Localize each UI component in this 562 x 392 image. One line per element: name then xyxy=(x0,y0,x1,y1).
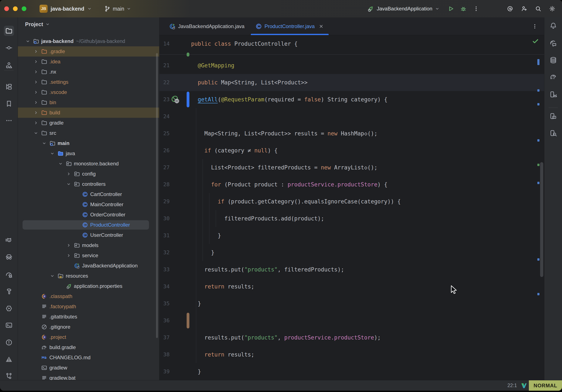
code-line-35[interactable]: 35} xyxy=(159,295,544,312)
project-panel-header[interactable]: Project xyxy=(18,17,159,31)
error-stripe-mark[interactable] xyxy=(537,139,539,142)
database-tool-button[interactable] xyxy=(548,55,558,65)
tree-chevron-right-icon[interactable] xyxy=(66,253,74,258)
code-line-37[interactable]: 37results.put("products", productService… xyxy=(159,329,544,346)
minimize-window-button[interactable] xyxy=(13,6,18,11)
code-line-38[interactable]: 38return results; xyxy=(159,346,544,363)
services-tool-button[interactable] xyxy=(4,303,14,314)
tree-chevron-down-icon[interactable] xyxy=(50,151,58,156)
error-stripe-mark[interactable] xyxy=(537,293,539,295)
incognito-plugin-tool-button[interactable] xyxy=(4,252,14,262)
code-with-me-button[interactable] xyxy=(519,4,529,13)
tree-item-ordercontroller[interactable]: OrderController xyxy=(18,210,159,220)
tree-item-monostore-backend[interactable]: monostore.backend xyxy=(18,159,159,169)
tree-item-maincontroller[interactable]: MainController xyxy=(18,199,159,210)
tree-item-service[interactable]: service xyxy=(18,250,159,261)
error-stripe-mark[interactable] xyxy=(537,59,539,65)
error-stripe-mark[interactable] xyxy=(537,164,539,166)
tree-item-usercontroller[interactable]: UserController xyxy=(18,230,159,240)
tree-item--classpath[interactable]: .classpath xyxy=(18,291,159,301)
zoom-window-button[interactable] xyxy=(22,6,26,11)
project-tool-button[interactable] xyxy=(4,26,14,36)
tree-item--factorypath[interactable]: .factorypath xyxy=(18,301,159,312)
tree-chevron-right-icon[interactable] xyxy=(34,90,41,95)
tree-item--gitattributes[interactable]: .gitattributes xyxy=(18,312,159,322)
code-line-27[interactable]: 27List<Product> filteredProducts = new A… xyxy=(159,159,544,176)
tree-item-src[interactable]: src xyxy=(18,128,159,138)
tree-item-gradlew[interactable]: gradlew xyxy=(18,363,159,373)
tree-scrollbar[interactable] xyxy=(156,53,158,338)
tree-item-main[interactable]: main xyxy=(18,138,159,148)
tree-item-bin[interactable]: bin xyxy=(18,97,159,107)
code-line-21[interactable]: 21@GetMapping xyxy=(159,57,544,74)
ai-chat-tool-button[interactable] xyxy=(548,38,558,48)
tree-item--project[interactable]: .project xyxy=(18,332,159,342)
tree-chevron-down-icon[interactable] xyxy=(58,161,66,166)
more-tool-windows-button[interactable] xyxy=(4,115,14,126)
inspections-ok-check-icon[interactable] xyxy=(532,37,539,45)
error-stripe-mark[interactable] xyxy=(537,103,539,106)
tree-item-build-gradle[interactable]: build.gradle xyxy=(18,342,159,353)
tree-item-gradlew-bat[interactable]: gradlew.bat xyxy=(18,373,159,380)
tree-chevron-right-icon[interactable] xyxy=(34,100,41,105)
tree-item--gitignore[interactable]: .gitignore xyxy=(18,322,159,332)
git-tool-button[interactable] xyxy=(4,371,14,381)
code-line-22[interactable]: 22public Map<String, List<Product>> xyxy=(159,74,544,91)
tree-item-javabackendapplication[interactable]: JavaBackendApplication xyxy=(18,261,159,271)
error-stripe-mark[interactable] xyxy=(537,89,539,92)
profiler-tool-button[interactable] xyxy=(4,270,14,280)
code-line-26[interactable]: 26if (category ≠ null) { xyxy=(159,142,544,159)
tree-chevron-down-icon[interactable] xyxy=(66,181,74,187)
code-line-24[interactable]: 24 xyxy=(159,108,544,125)
code-line-39[interactable]: 39} xyxy=(159,363,544,380)
code-editor[interactable]: 14public class ProductController {21@Get… xyxy=(159,35,544,380)
hierarchy-tool-button[interactable] xyxy=(4,82,14,92)
tree-item-changelog-md[interactable]: CHANGELOG.md xyxy=(18,353,159,363)
tree-chevron-right-icon[interactable] xyxy=(34,69,41,74)
code-line-28[interactable]: 28for (Product product : productService.… xyxy=(159,176,544,193)
device-manager-tool-button[interactable] xyxy=(548,89,558,99)
close-window-button[interactable] xyxy=(4,6,9,11)
build-tool-button[interactable] xyxy=(4,286,14,297)
running-devices-tool-button[interactable] xyxy=(548,111,558,121)
caret-position[interactable]: 22:1 xyxy=(507,383,517,388)
code-line-31[interactable]: 31} xyxy=(159,227,544,244)
tree-item--nx[interactable]: .nx xyxy=(18,67,159,77)
cat-plugin-tool-button[interactable] xyxy=(4,236,14,246)
error-stripe-mark[interactable] xyxy=(537,182,539,184)
tree-item-build[interactable]: build xyxy=(18,107,159,118)
error-stripe-mark[interactable] xyxy=(537,258,539,261)
project-selector[interactable]: JB java-backend xyxy=(40,5,92,13)
tree-chevron-right-icon[interactable] xyxy=(34,120,41,125)
warnings-tool-button[interactable] xyxy=(4,354,14,364)
code-line-25[interactable]: 25Map<String, List<Product>> results = n… xyxy=(159,125,544,142)
code-line-34[interactable]: 34return results; xyxy=(159,278,544,295)
tree-chevron-down-icon[interactable] xyxy=(25,39,33,44)
run-button[interactable] xyxy=(446,4,455,13)
debug-button[interactable] xyxy=(459,4,468,13)
editor-scrollbar[interactable] xyxy=(540,162,543,277)
tree-chevron-down-icon[interactable] xyxy=(42,141,49,146)
tab-javabackendapplication-java[interactable]: JavaBackendApplication.java xyxy=(164,17,250,35)
tree-chevron-right-icon[interactable] xyxy=(66,243,74,248)
code-line-30[interactable]: 30filteredProducts.add(product); xyxy=(159,210,544,227)
tree-chevron-right-icon[interactable] xyxy=(34,80,41,85)
gradle-tool-button[interactable] xyxy=(548,72,558,82)
code-line-23[interactable]: 23getAll(@RequestParam(required = false)… xyxy=(159,91,544,108)
tree-chevron-down-icon[interactable] xyxy=(34,131,41,136)
more-actions-button[interactable] xyxy=(471,4,481,13)
tree-item-application-properties[interactable]: application.properties xyxy=(18,281,159,291)
tree-chevron-right-icon[interactable] xyxy=(66,171,74,177)
tree-chevron-right-icon[interactable] xyxy=(34,110,41,115)
tree-chevron-right-icon[interactable] xyxy=(34,59,41,64)
tab-productcontroller-java[interactable]: ProductController.java xyxy=(250,17,329,35)
ai-assistant-button[interactable] xyxy=(505,4,515,13)
tree-item-resources[interactable]: resources xyxy=(18,271,159,281)
bookmarks-tool-button[interactable] xyxy=(4,99,14,109)
settings-button[interactable] xyxy=(548,4,557,13)
structure-tool-button[interactable] xyxy=(4,60,14,70)
code-line-36[interactable]: 36 xyxy=(159,312,544,329)
tree-item-controllers[interactable]: controllers xyxy=(18,179,159,189)
search-everywhere-button[interactable] xyxy=(534,4,543,13)
device-explorer-tool-button[interactable] xyxy=(548,128,558,138)
